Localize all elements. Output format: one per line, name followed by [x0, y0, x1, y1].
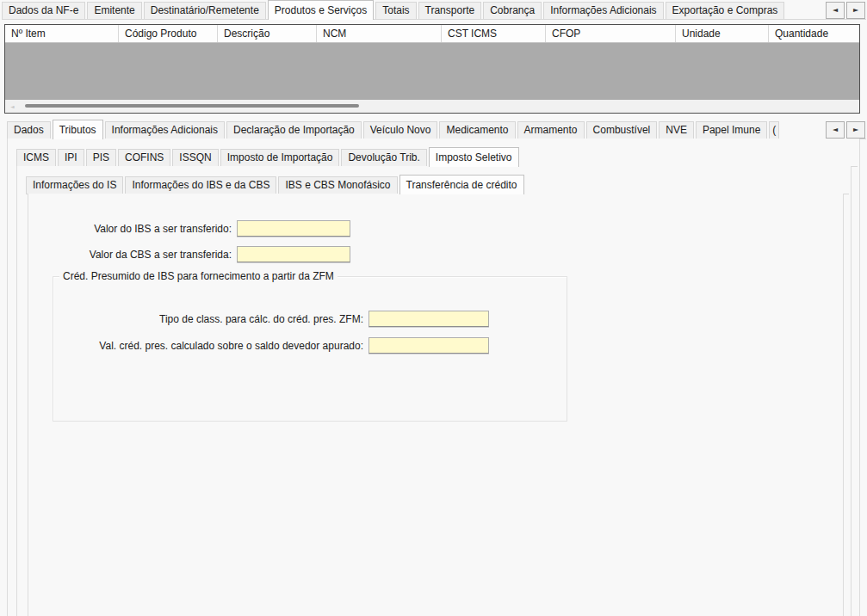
ibs-transfer-row: Valor do IBS a ser transferido: — [28, 220, 350, 237]
tab-devolucao-trib[interactable]: Devolução Trib. — [341, 149, 426, 166]
tab-transporte[interactable]: Transporte — [418, 2, 482, 19]
scroll-left-icon[interactable]: ◄ — [826, 121, 845, 139]
column-header-quantidade[interactable]: Quantidade — [769, 25, 859, 42]
scroll-right-icon[interactable]: ► — [846, 2, 865, 19]
products-grid-empty-body[interactable] — [5, 43, 859, 100]
tab-imposto-seletivo[interactable]: Imposto Seletivo — [429, 147, 519, 167]
tab-pis[interactable]: PIS — [86, 149, 116, 166]
tab-exportacao-e-compras[interactable]: Exportação e Compras — [666, 2, 785, 19]
tab-dados-da-nfe[interactable]: Dados da NF-e — [2, 2, 85, 19]
tab-informacoes-adicionais-item[interactable]: Informações Adicionais — [105, 121, 225, 139]
scroll-right-icon[interactable]: ► — [846, 121, 865, 139]
zfm-class-type-label: Tipo de class. para cálc. do créd. pres.… — [53, 313, 368, 325]
tab-dados-item[interactable]: Dados — [7, 121, 51, 139]
tab-cofins[interactable]: COFINS — [118, 149, 170, 166]
tab-papel-imune[interactable]: Papel Imune — [696, 121, 767, 139]
tab-armamento[interactable]: Armamento — [517, 121, 585, 139]
products-grid-header: Nº Item Código Produto Descrição NCM CST… — [5, 25, 859, 43]
zfm-presumed-credit-value-input[interactable] — [368, 337, 489, 354]
scrollbar-thumb[interactable] — [25, 104, 359, 108]
tab-totais[interactable]: Totais — [375, 2, 416, 19]
zfm-class-type-row: Tipo de class. para cálc. do créd. pres.… — [53, 311, 489, 327]
tab-imposto-de-importacao[interactable]: Imposto de Importação — [220, 149, 340, 166]
tab-medicamento[interactable]: Medicamento — [439, 121, 515, 139]
tab-produtos-e-servicos[interactable]: Produtos e Serviços — [268, 0, 374, 20]
tab-issqn[interactable]: ISSQN — [172, 149, 218, 166]
tab-tributos[interactable]: Tributos — [53, 120, 103, 139]
nfe-tabstrip-scroll: ◄ ► — [826, 2, 865, 19]
column-header-num-item[interactable]: Nº Item — [5, 25, 119, 42]
tab-informacoes-do-ibs-e-da-cbs[interactable]: Informações do IBS e da CBS — [125, 176, 276, 194]
tab-declaracao-de-importacao[interactable]: Declaração de Importação — [226, 121, 362, 139]
tributos-page: ICMS IPI PIS COFINS ISSQN Imposto de Imp… — [7, 139, 860, 616]
column-header-cst-icms[interactable]: CST ICMS — [442, 25, 546, 42]
tab-transferencia-de-credito[interactable]: Transferência de crédito — [399, 175, 524, 194]
tributos-tabstrip: ICMS IPI PIS COFINS ISSQN Imposto de Imp… — [16, 147, 858, 167]
nfe-main-tabstrip: Dados da NF-e Emitente Destinatário/Reme… — [2, 0, 866, 20]
products-grid-horizontal-scrollbar[interactable]: ◄ — [5, 100, 859, 113]
cbs-transfer-label: Valor da CBS a ser transferida: — [28, 249, 237, 261]
item-tabstrip-scroll: ◄ ► — [826, 121, 865, 139]
imposto-seletivo-tabstrip: Informações do IS Informações do IBS e d… — [26, 175, 849, 194]
ibs-transfer-value-input[interactable] — [237, 220, 350, 237]
column-header-ncm[interactable]: NCM — [317, 25, 442, 42]
item-tabstrip: Dados Tributos Informações Adicionais De… — [7, 120, 866, 139]
transferencia-de-credito-page: Valor do IBS a ser transferido: Valor da… — [28, 194, 844, 616]
tab-emitente[interactable]: Emitente — [87, 2, 141, 19]
tab-icms[interactable]: ICMS — [16, 149, 56, 166]
tab-nve[interactable]: NVE — [659, 121, 694, 139]
zfm-class-type-input[interactable] — [368, 311, 489, 327]
zfm-presumed-credit-value-label: Val. créd. pres. calculado sobre o saldo… — [53, 340, 368, 352]
column-header-unidade[interactable]: Unidade — [676, 25, 769, 42]
column-header-codigo-produto[interactable]: Código Produto — [119, 25, 218, 42]
tab-clipped[interactable]: ( — [769, 121, 779, 139]
tab-veiculo-novo[interactable]: Veículo Novo — [363, 121, 438, 139]
column-header-cfop[interactable]: CFOP — [546, 25, 676, 42]
tab-destinatario-remetente[interactable]: Destinatário/Remetente — [144, 2, 266, 19]
imposto-seletivo-page: Informações do IS Informações do IBS e d… — [16, 166, 852, 616]
tab-informacoes-adicionais-nfe[interactable]: Informações Adicionais — [543, 2, 663, 19]
zfm-groupbox-title: Créd. Presumido de IBS para fornecimento… — [59, 270, 338, 282]
tab-combustivel[interactable]: Combustível — [586, 121, 658, 139]
column-header-descricao[interactable]: Descrição — [218, 25, 317, 42]
tab-ipi[interactable]: IPI — [58, 149, 84, 166]
scroll-left-icon[interactable]: ◄ — [826, 2, 845, 19]
zfm-presumed-credit-value-row: Val. créd. pres. calculado sobre o saldo… — [53, 337, 489, 354]
tab-cobranca[interactable]: Cobrança — [483, 2, 542, 19]
nfe-editor-window: Dados da NF-e Emitente Destinatário/Reme… — [0, 0, 867, 616]
ibs-transfer-label: Valor do IBS a ser transferido: — [28, 223, 237, 235]
tab-informacoes-do-is[interactable]: Informações do IS — [26, 176, 123, 194]
products-grid: Nº Item Código Produto Descrição NCM CST… — [4, 24, 860, 114]
cbs-transfer-row: Valor da CBS a ser transferida: — [28, 246, 350, 262]
zfm-presumed-credit-groupbox: Créd. Presumido de IBS para fornecimento… — [53, 276, 567, 422]
cbs-transfer-value-input[interactable] — [237, 246, 350, 262]
scrollbar-left-arrow-icon: ◄ — [10, 103, 15, 109]
tab-ibs-e-cbs-monofasico[interactable]: IBS e CBS Monofásico — [278, 176, 397, 194]
